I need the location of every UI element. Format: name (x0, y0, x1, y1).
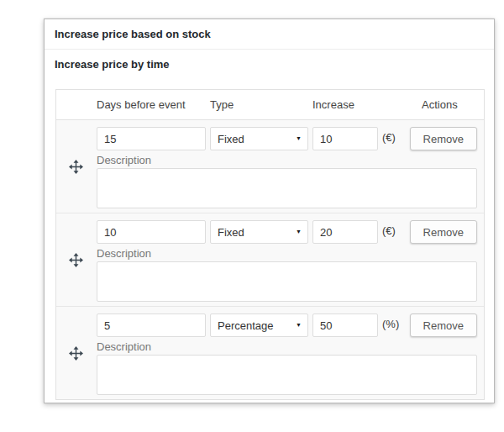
days-before-event-input[interactable] (97, 127, 206, 150)
chevron-down-icon: ▼ (296, 321, 302, 329)
remove-button[interactable]: Remove (410, 127, 477, 150)
type-select[interactable]: Percentage ▼ (210, 313, 308, 337)
section-header-stock[interactable]: Increase price based on stock (45, 19, 494, 50)
column-header-actions: Actions (422, 98, 477, 111)
increase-unit: (%) (382, 313, 399, 330)
increase-input[interactable] (312, 127, 378, 150)
chevron-down-icon: ▼ (296, 134, 302, 143)
section-header-time[interactable]: Increase price by time (45, 50, 494, 79)
increase-input[interactable] (312, 220, 378, 244)
type-select[interactable]: Fixed ▼ (210, 127, 308, 150)
drag-handle[interactable] (67, 252, 84, 267)
column-header-type: Type (210, 98, 312, 111)
remove-button[interactable]: Remove (410, 220, 477, 244)
type-select-value: Percentage (218, 319, 274, 332)
drag-handle[interactable] (67, 159, 84, 174)
type-select[interactable]: Fixed ▼ (210, 220, 308, 244)
move-icon (69, 253, 83, 267)
days-before-event-input[interactable] (97, 220, 206, 244)
increase-unit: (€) (382, 220, 396, 237)
increase-input[interactable] (312, 313, 378, 337)
description-textarea[interactable] (97, 168, 477, 208)
increase-unit: (€) (382, 127, 396, 144)
type-select-value: Fixed (218, 226, 244, 239)
price-rules-table: Days before event Type Increase Actions … (55, 89, 485, 400)
table-header-row: Days before event Type Increase Actions (56, 90, 484, 120)
settings-panel: Increase price based on stock Increase p… (44, 18, 495, 403)
column-header-days: Days before event (97, 98, 210, 111)
description-label: Description (97, 341, 477, 353)
description-label: Description (97, 248, 477, 260)
price-rule-row: Fixed ▼ (€) Remove Description (56, 213, 484, 306)
remove-button[interactable]: Remove (410, 313, 477, 337)
column-header-increase: Increase (312, 98, 422, 111)
price-rule-row: Fixed ▼ (€) Remove Description (56, 120, 484, 213)
price-rule-row: Percentage ▼ (%) Remove Description (56, 306, 484, 399)
move-icon (69, 346, 83, 361)
drag-handle[interactable] (67, 345, 84, 361)
chevron-down-icon: ▼ (296, 228, 302, 236)
move-icon (69, 160, 83, 174)
description-label: Description (97, 155, 477, 166)
type-select-value: Fixed (218, 133, 244, 145)
description-textarea[interactable] (97, 261, 477, 302)
description-textarea[interactable] (97, 355, 477, 395)
days-before-event-input[interactable] (97, 313, 206, 337)
